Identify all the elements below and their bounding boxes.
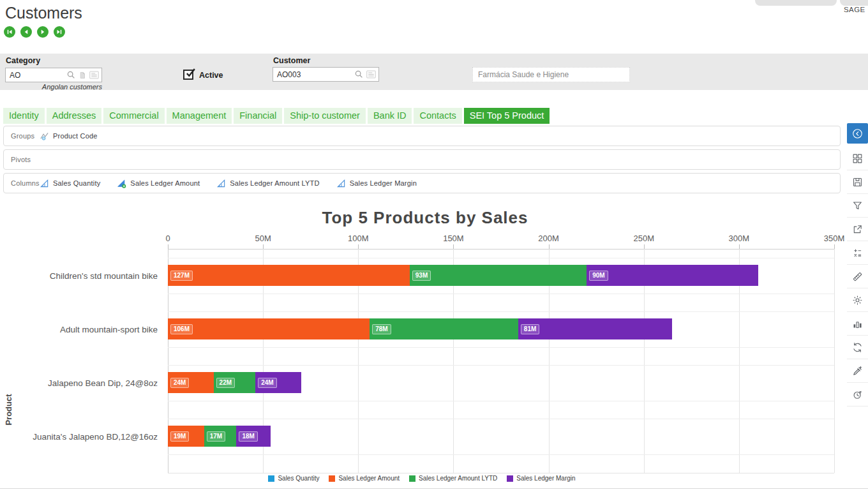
- account-menu[interactable]: SAGE: [844, 6, 868, 13]
- sidebar-history-button[interactable]: [847, 383, 868, 406]
- sidebar-share-button[interactable]: [847, 218, 868, 241]
- stacked-bar: 19M17M18M: [168, 426, 271, 447]
- tab-identity[interactable]: Identity: [3, 108, 45, 124]
- category-input[interactable]: [6, 71, 66, 80]
- legend-item-sales-ledger-amount[interactable]: Sales Ledger Amount: [329, 475, 400, 482]
- sidebar-refresh-button[interactable]: [847, 336, 868, 359]
- band-line: [168, 454, 834, 455]
- category-field: [5, 68, 102, 82]
- bar-segment-sales-ledger-amount-lytd[interactable]: 17M: [204, 426, 237, 447]
- tab-addresses[interactable]: Addresses: [47, 108, 102, 124]
- page-title: Customers: [5, 4, 82, 22]
- gear-icon: [851, 294, 864, 306]
- measure-icon: [216, 179, 226, 188]
- field-chip-product-code[interactable]: Product Code: [40, 131, 98, 141]
- customer-field: [273, 67, 379, 82]
- search-icon[interactable]: [354, 70, 364, 79]
- bar-segment-sales-ledger-amount[interactable]: 24M: [168, 372, 214, 393]
- plot-bottom-line: [168, 473, 834, 473]
- field-chip-sales-ledger-amount-lytd[interactable]: Sales Ledger Amount LYTD: [216, 179, 319, 188]
- field-chip-sales-quantity[interactable]: Sales Quantity: [40, 179, 100, 188]
- tab-contacts[interactable]: Contacts: [414, 108, 461, 124]
- band-line: [168, 258, 834, 258]
- sidebar-format-painter-button[interactable]: [847, 359, 868, 383]
- previous-record-button[interactable]: [20, 26, 32, 38]
- bar-segment-sales-ledger-margin[interactable]: 18M: [236, 426, 271, 447]
- legend-item-sales-ledger-margin[interactable]: Sales Ledger Margin: [507, 475, 575, 482]
- sidebar-layout-grid-button[interactable]: [847, 147, 868, 170]
- legend-swatch: [409, 475, 415, 482]
- category-label: Jalapeno Bean Dip, 24@8oz: [0, 356, 158, 410]
- band-line: [168, 311, 834, 312]
- x-tick-label: 300M: [720, 234, 758, 243]
- sidebar-filter-button[interactable]: [847, 194, 868, 218]
- top-toolbar-button[interactable]: [755, 0, 837, 6]
- customers-page: Customers SAGE Category Angolan customer…: [0, 0, 868, 492]
- lookup-list-icon[interactable]: [89, 70, 100, 80]
- sidebar-save-button[interactable]: [847, 170, 868, 194]
- gridline: [834, 249, 835, 473]
- builder-chips: Product Code: [40, 131, 98, 141]
- active-checkbox-label: Active: [199, 71, 223, 80]
- tab-commercial[interactable]: Commercial: [103, 108, 164, 124]
- bar-segment-sales-ledger-margin[interactable]: 90M: [587, 265, 758, 286]
- x-tick-label: 0: [149, 234, 187, 243]
- field-chip-sales-ledger-margin[interactable]: Sales Ledger Margin: [336, 179, 417, 188]
- ruler-icon: [851, 271, 864, 283]
- legend-item-sales-ledger-amount-lytd[interactable]: Sales Ledger Amount LYTD: [409, 475, 497, 482]
- active-checkbox[interactable]: [183, 70, 193, 80]
- bar-segment-sales-ledger-amount-lytd[interactable]: 93M: [410, 265, 587, 286]
- top-toolbar-button[interactable]: [840, 0, 868, 6]
- field-chip-label: Sales Ledger Amount: [130, 179, 200, 187]
- legend-label: Sales Quantity: [278, 475, 319, 482]
- x-tick-mark: [263, 244, 264, 249]
- bar-segment-sales-ledger-amount-lytd[interactable]: 22M: [214, 372, 256, 393]
- stacked-bar: 127M93M90M: [168, 265, 758, 286]
- bar-value-label: 22M: [216, 378, 235, 388]
- builder-row-columns: ColumnsSales QuantitySales Ledger Amount…: [3, 173, 841, 193]
- measure-icon: [40, 179, 49, 188]
- sidebar-calculations-button[interactable]: [847, 241, 868, 265]
- last-record-button[interactable]: [54, 26, 65, 38]
- tab-sei-top-5-product[interactable]: SEI Top 5 Product: [464, 108, 550, 124]
- field-chip-sales-ledger-amount[interactable]: Sales Ledger Amount: [117, 179, 200, 188]
- search-icon[interactable]: [66, 70, 76, 80]
- bar-segment-sales-ledger-amount[interactable]: 106M: [168, 318, 370, 339]
- tab-ship-to-customer[interactable]: Ship-to customer: [284, 108, 366, 124]
- copy-document-icon[interactable]: [78, 71, 87, 80]
- first-record-button[interactable]: [4, 26, 15, 38]
- legend-label: Sales Ledger Margin: [516, 475, 575, 482]
- x-tick-label: 150M: [434, 234, 472, 243]
- x-tick-label: 100M: [339, 234, 377, 243]
- builder-row-groups: GroupsProduct Code: [3, 126, 841, 146]
- sidebar-collapse-panel-button[interactable]: [847, 123, 868, 144]
- sidebar-chart-options-button[interactable]: [847, 312, 868, 336]
- sei-toolbar-sidebar: [847, 123, 868, 406]
- tab-bank-id[interactable]: Bank ID: [368, 108, 412, 124]
- tab-management[interactable]: Management: [167, 108, 232, 124]
- bar-segment-sales-ledger-amount[interactable]: 127M: [168, 265, 410, 286]
- sidebar-settings-button[interactable]: [847, 288, 868, 312]
- chart-legend: Sales QuantitySales Ledger AmountSales L…: [0, 475, 844, 482]
- legend-label: Sales Ledger Amount: [338, 475, 400, 482]
- legend-swatch: [268, 475, 274, 482]
- chevron-left-circle-icon: [851, 128, 864, 140]
- x-tick-label: 250M: [625, 234, 663, 243]
- customer-input[interactable]: [273, 70, 354, 79]
- next-record-button[interactable]: [37, 26, 49, 38]
- bar-value-label: 19M: [170, 431, 189, 442]
- bar-segment-sales-ledger-margin[interactable]: 24M: [255, 372, 301, 393]
- field-chip-label: Product Code: [53, 132, 98, 140]
- bar-segment-sales-ledger-amount[interactable]: 19M: [168, 426, 204, 447]
- bar-value-label: 78M: [372, 324, 391, 334]
- last-record-icon: [56, 28, 63, 36]
- bar-segment-sales-ledger-margin[interactable]: 81M: [518, 318, 673, 339]
- grid-icon: [851, 153, 864, 165]
- bar-segment-sales-ledger-amount-lytd[interactable]: 78M: [370, 318, 518, 339]
- legend-item-sales-quantity[interactable]: Sales Quantity: [268, 475, 319, 482]
- bar-value-label: 90M: [589, 271, 608, 281]
- lookup-list-icon[interactable]: [366, 69, 377, 80]
- sidebar-measure-tools-button[interactable]: [847, 265, 868, 288]
- tab-financial[interactable]: Financial: [234, 108, 282, 124]
- x-tick-label: 50M: [244, 234, 282, 243]
